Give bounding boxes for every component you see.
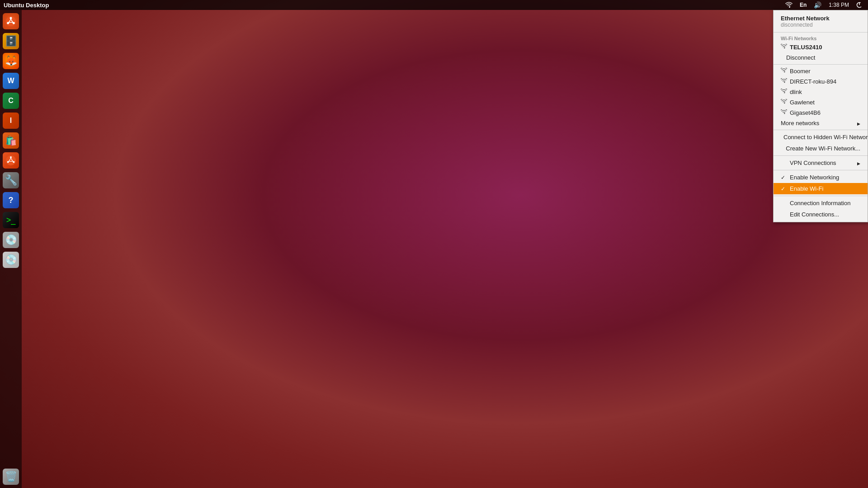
ethernet-section: Ethernet Network disconnected xyxy=(774,12,868,31)
wifi-name-dlink: dlink xyxy=(790,89,802,95)
edit-connections-item[interactable]: Edit Connections... xyxy=(774,209,868,220)
enable-networking-check xyxy=(781,174,787,181)
connect-hidden-item[interactable]: Connect to Hidden Wi-Fi Network... xyxy=(774,131,868,143)
speaker-icon[interactable]: 🔊 xyxy=(812,0,823,9)
sidebar-item-terminal[interactable]: >_ xyxy=(1,211,20,230)
panel-right: En 🔊 1:38 PM xyxy=(783,0,864,9)
connect-hidden-label: Connect to Hidden Wi-Fi Network... xyxy=(783,134,868,141)
svg-point-7 xyxy=(10,156,12,158)
ubuntu-icon xyxy=(3,13,19,29)
wifi-item-connected[interactable]: TELUS2410 xyxy=(774,42,868,52)
sidebar-item-software[interactable]: 🛍️ xyxy=(1,131,20,150)
software-icon: 🛍️ xyxy=(3,132,19,149)
wifi-icon xyxy=(785,2,793,8)
sidebar-item-impress[interactable]: I xyxy=(1,111,20,130)
wifi-item-gigaset[interactable]: Gigaset4B6 xyxy=(774,108,868,118)
create-new-label: Create New Wi-Fi Network... xyxy=(786,145,860,152)
sidebar-item-settings[interactable]: 🔧 xyxy=(1,171,20,190)
separator-1 xyxy=(774,32,868,33)
sidebar-item-calc[interactable]: C xyxy=(1,91,20,110)
wifi-icon-gigaset xyxy=(781,109,787,116)
edit-connections-label: Edit Connections... xyxy=(790,211,839,218)
wifi-connected-name: TELUS2410 xyxy=(790,44,822,51)
files-icon: 🗄️ xyxy=(3,33,19,49)
vpn-label: VPN Connections xyxy=(790,160,836,166)
sidebar-item-ubuntu[interactable] xyxy=(1,12,20,31)
help-icon: ? xyxy=(3,192,19,208)
sidebar-item-unity[interactable] xyxy=(1,151,20,170)
vpn-connections-item[interactable]: VPN Connections xyxy=(774,157,868,169)
trash-icon: 🗑️ xyxy=(3,469,19,485)
connection-info-item[interactable]: Connection Information xyxy=(774,197,868,209)
enable-networking-item[interactable]: Enable Networking xyxy=(774,172,868,183)
settings-icon: 🔧 xyxy=(3,172,19,188)
unity-icon xyxy=(3,152,19,169)
ethernet-header: Ethernet Network xyxy=(774,12,868,22)
wifi-icon-direct-roku xyxy=(781,78,787,85)
wifi-connected-icon xyxy=(781,44,787,51)
wifi-name-gigaset: Gigaset4B6 xyxy=(790,109,821,116)
sidebar: 🗄️ 🦊 W C I xyxy=(0,10,22,488)
ethernet-status: disconnected xyxy=(774,22,868,31)
more-networks-item[interactable]: More networks xyxy=(774,118,868,128)
panel-title: Ubuntu Desktop xyxy=(4,2,49,9)
panel-left: Ubuntu Desktop xyxy=(4,2,49,9)
terminal-icon: >_ xyxy=(3,212,19,228)
more-networks-arrow xyxy=(857,120,860,127)
create-new-item[interactable]: Create New Wi-Fi Network... xyxy=(774,143,868,154)
wifi-name-gawlenet: Gawlenet xyxy=(790,99,815,106)
wifi-item-direct-roku[interactable]: DIRECT-roku-894 xyxy=(774,76,868,87)
separator-2 xyxy=(774,64,868,65)
network-menu: Ethernet Network disconnected Wi-Fi Netw… xyxy=(773,10,868,222)
impress-icon: I xyxy=(3,113,19,129)
svg-point-8 xyxy=(7,161,9,163)
wifi-icon-dlink xyxy=(781,89,787,95)
enable-wifi-check xyxy=(781,186,787,192)
device1-icon: 💿 xyxy=(3,232,19,248)
wifi-networks-header: Wi-Fi Networks xyxy=(774,34,868,42)
language-indicator[interactable]: En xyxy=(798,1,808,9)
sidebar-item-files[interactable]: 🗄️ xyxy=(1,32,20,51)
calc-icon: C xyxy=(3,93,19,109)
sidebar-item-trash[interactable]: 🗑️ xyxy=(1,467,20,486)
sidebar-item-help[interactable]: ? xyxy=(1,191,20,210)
svg-point-9 xyxy=(13,161,14,163)
sidebar-item-writer[interactable]: W xyxy=(1,71,20,90)
power-icon[interactable] xyxy=(854,1,864,9)
wifi-icon-gawlenet xyxy=(781,99,787,106)
wifi-name-boomer: Boomer xyxy=(790,68,811,75)
wifi-item-dlink[interactable]: dlink xyxy=(774,87,868,97)
more-networks-label: More networks xyxy=(781,120,819,127)
top-panel: Ubuntu Desktop En 🔊 1:38 PM xyxy=(0,0,868,10)
sidebar-item-device1[interactable]: 💿 xyxy=(1,230,20,249)
wifi-item-boomer[interactable]: Boomer xyxy=(774,66,868,76)
separator-3 xyxy=(774,130,868,130)
connection-info-label: Connection Information xyxy=(790,200,850,206)
separator-5 xyxy=(774,170,868,170)
enable-wifi-label: Enable Wi-Fi xyxy=(790,185,823,192)
sidebar-item-device2[interactable]: 💿 xyxy=(1,250,20,269)
separator-6 xyxy=(774,196,868,196)
disconnect-item[interactable]: Disconnect xyxy=(774,52,868,63)
device2-icon: 💿 xyxy=(3,252,19,268)
sidebar-item-firefox[interactable]: 🦊 xyxy=(1,52,20,70)
vpn-arrow xyxy=(857,160,860,166)
clock[interactable]: 1:38 PM xyxy=(827,1,851,9)
separator-4 xyxy=(774,155,868,156)
desktop: Ubuntu Desktop En 🔊 1:38 PM xyxy=(0,0,868,488)
wifi-icon-boomer xyxy=(781,68,787,75)
wifi-name-direct-roku: DIRECT-roku-894 xyxy=(790,78,836,85)
enable-wifi-item[interactable]: Enable Wi-Fi xyxy=(774,183,868,194)
enable-networking-label: Enable Networking xyxy=(790,174,839,181)
wifi-panel-icon[interactable] xyxy=(783,1,794,9)
firefox-icon: 🦊 xyxy=(3,53,19,69)
wifi-item-gawlenet[interactable]: Gawlenet xyxy=(774,97,868,108)
writer-icon: W xyxy=(3,73,19,89)
